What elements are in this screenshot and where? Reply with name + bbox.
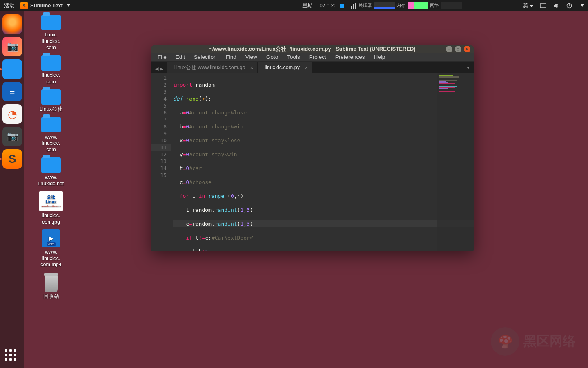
minimap[interactable] xyxy=(437,73,474,251)
dock-sublime-text[interactable]: S xyxy=(2,149,22,169)
shopping-bag-icon: ◔ xyxy=(8,108,17,121)
mushroom-icon: 🍄 xyxy=(491,327,519,356)
ime-indicator[interactable]: 英 xyxy=(523,2,533,9)
menu-tools[interactable]: Tools xyxy=(283,53,304,61)
menu-edit[interactable]: Edit xyxy=(172,53,189,61)
notification-icon xyxy=(340,4,344,8)
dock-screenshot-tool[interactable]: 📷 xyxy=(2,127,22,146)
menubar: File Edit Selection Find View Goto Tools… xyxy=(151,53,474,62)
volume-icon[interactable] xyxy=(553,2,559,9)
editor-tab[interactable]: linuxidc.com.py× xyxy=(258,62,312,73)
document-icon: ≡ xyxy=(10,86,15,97)
menu-preferences[interactable]: Preferences xyxy=(331,53,369,61)
line-gutter: 123456789101112131415 xyxy=(151,73,171,251)
desktop-folder[interactable]: Linux公社 xyxy=(29,89,74,113)
activities-button[interactable]: 活动 xyxy=(4,2,15,9)
dock-firefox[interactable] xyxy=(2,14,22,34)
dock-libreoffice-writer[interactable]: ≡ xyxy=(2,82,22,101)
window-title: ~/www.linuxidc.com/Linux公社 -/linuxidc.co… xyxy=(209,45,415,53)
folder-icon xyxy=(41,117,61,132)
dock: 📷 ≡ ◔ 📷 S xyxy=(0,11,24,368)
menu-selection[interactable]: Selection xyxy=(190,53,221,61)
svg-rect-2 xyxy=(355,3,356,9)
chevron-down-icon xyxy=(581,4,584,7)
show-applications-button[interactable] xyxy=(5,349,19,363)
tabbar: ◀ ▶ Linux公社 www.linuxidc.com.go× linuxid… xyxy=(151,62,474,73)
chevron-down-icon xyxy=(67,4,70,7)
cpu-monitor[interactable]: 处理器 xyxy=(359,2,395,9)
desktop-image[interactable]: 公社Linuxwww.linuxidc.com linuxidc. com.jp… xyxy=(29,191,74,225)
code-content[interactable]: import random def rand(r): a=0#count cha… xyxy=(171,73,474,251)
window-titlebar[interactable]: ~/www.linuxidc.com/Linux公社 -/linuxidc.co… xyxy=(151,45,474,53)
chart-icon xyxy=(350,2,357,9)
desktop-video[interactable]: www. linuxidc. com.mp4 xyxy=(29,229,74,268)
desktop-folder[interactable]: linux. linuxidc. com xyxy=(29,15,74,51)
tab-history-nav[interactable]: ◀ ▶ xyxy=(151,66,167,73)
svg-rect-1 xyxy=(353,4,354,9)
menu-file[interactable]: File xyxy=(154,53,171,61)
net-monitor[interactable]: 网络 xyxy=(430,2,462,9)
desktop-folder[interactable]: linuxidc. com xyxy=(29,55,74,85)
close-icon[interactable]: × xyxy=(305,65,308,71)
editor-tab[interactable]: Linux公社 www.linuxidc.com.go× xyxy=(167,62,257,73)
close-icon[interactable]: × xyxy=(250,65,254,71)
dock-ubuntu-software[interactable]: ◔ xyxy=(2,104,22,124)
menu-help[interactable]: Help xyxy=(370,53,390,61)
window-icon[interactable] xyxy=(540,2,546,9)
dock-files[interactable] xyxy=(2,59,22,79)
sublime-icon: S xyxy=(20,2,28,9)
camera-icon: 📷 xyxy=(7,131,18,142)
folder-icon xyxy=(41,157,61,173)
sublime-icon: S xyxy=(9,153,16,166)
desktop-folder[interactable]: www. linuxidc. com xyxy=(29,117,74,153)
chevron-down-icon xyxy=(530,5,533,7)
clock[interactable]: 星期二 07：20 处理器 内存 网络 xyxy=(302,2,462,9)
camera-icon: 📷 xyxy=(7,41,18,52)
close-button[interactable]: × xyxy=(464,46,470,52)
menu-find[interactable]: Find xyxy=(222,53,241,61)
folder-icon xyxy=(41,89,61,105)
power-icon[interactable] xyxy=(566,2,572,9)
editor-area[interactable]: 123456789101112131415 import random def … xyxy=(151,73,474,251)
svg-rect-3 xyxy=(540,4,546,8)
folder-icon xyxy=(41,15,61,30)
menu-goto[interactable]: Goto xyxy=(262,53,282,61)
app-menu[interactable]: S Sublime Text xyxy=(20,2,70,9)
tab-overflow-button[interactable]: ▾ xyxy=(467,64,470,71)
trash-icon xyxy=(42,272,60,292)
desktop: linux. linuxidc. com linuxidc. com Linux… xyxy=(29,15,74,300)
gnome-topbar: 活动 S Sublime Text 星期二 07：20 处理器 内存 网络 英 xyxy=(0,0,588,11)
menu-project[interactable]: Project xyxy=(305,53,330,61)
desktop-folder[interactable]: www. linuxidc.net xyxy=(29,157,74,187)
svg-rect-0 xyxy=(351,6,352,9)
menu-view[interactable]: View xyxy=(241,53,261,61)
minimize-button[interactable]: – xyxy=(446,46,452,52)
mem-monitor[interactable]: 内存 xyxy=(396,2,428,9)
folder-icon xyxy=(41,55,61,71)
maximize-button[interactable]: □ xyxy=(455,46,461,52)
video-icon xyxy=(42,229,60,247)
desktop-trash[interactable]: 回收站 xyxy=(29,272,74,300)
image-icon: 公社Linuxwww.linuxidc.com xyxy=(39,191,63,211)
dock-screenshot[interactable]: 📷 xyxy=(2,37,22,56)
sublime-window: ~/www.linuxidc.com/Linux公社 -/linuxidc.co… xyxy=(151,45,474,251)
watermark: 🍄 黑区网络 xyxy=(491,327,576,356)
